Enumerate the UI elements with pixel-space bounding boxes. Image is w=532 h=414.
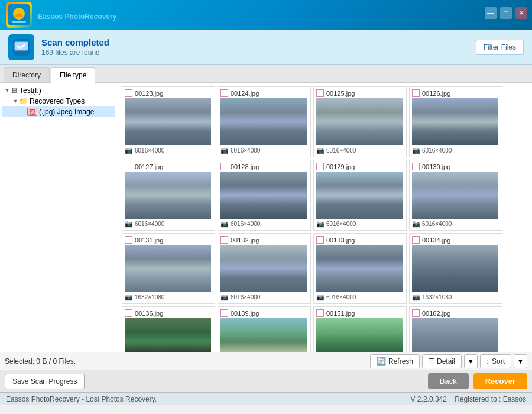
refresh-icon: 🔄 [377,357,386,366]
image-checkbox[interactable] [220,236,228,244]
image-card[interactable]: 00128.jpg 📷 6016×4000 [218,160,311,231]
svg-rect-7 [17,53,26,54]
image-card[interactable]: 00151.jpg 📷 1632×1080 [313,306,407,352]
image-checkbox[interactable] [412,89,420,97]
image-dimensions: 6016×4000 [422,147,452,154]
image-checkbox[interactable] [316,89,324,97]
image-type-icon: 📷 [316,147,325,154]
image-card[interactable]: 00133.jpg 📷 6016×4000 [313,233,407,304]
sort-button[interactable]: ↕ Sort [480,354,512,368]
tree-item-jpg[interactable]: 🖼 (.jpg) Jpeg Image [2,106,115,117]
image-card-header: 00123.jpg [125,89,212,97]
image-type-icon: 📷 [220,220,229,228]
image-card[interactable]: 00134.jpg 📷 1632×1080 [409,233,502,304]
image-thumbnail [412,245,498,292]
image-card-header: 00127.jpg [125,163,212,170]
save-scan-button[interactable]: Save Scan Progress [5,374,85,389]
image-dimensions: 1632×1080 [135,294,164,300]
image-filename: 00131.jpg [135,237,163,244]
image-card[interactable]: 00127.jpg 📷 6016×4000 [122,160,215,231]
image-filename: 00162.jpg [422,310,450,317]
image-checkbox[interactable] [220,309,228,317]
image-card-header: 00136.jpg [125,309,212,317]
image-card-header: 00132.jpg [220,236,308,244]
image-footer: 📷 6016×4000 [125,220,212,228]
image-thumbnail [316,318,403,352]
tree-label-jpg: (.jpg) Jpeg Image [39,108,94,116]
image-card-header: 00126.jpg [412,89,499,97]
image-dimensions: 6016×4000 [326,221,356,227]
image-type-icon: 📷 [220,147,229,154]
image-thumbnail [316,98,403,145]
image-card-header: 00139.jpg [220,309,308,317]
image-dimensions: 6016×4000 [135,221,164,227]
image-card[interactable]: 00123.jpg 📷 6016×4000 [122,86,215,157]
image-card[interactable]: 00162.jpg 📷 [409,306,502,352]
footer: Eassos PhotoRecovery - Lost Photos Recov… [0,392,532,405]
image-checkbox[interactable] [412,309,420,317]
expand-icon: ▼ [4,87,11,94]
image-type-icon: 📷 [412,220,420,228]
back-button[interactable]: Back [428,373,469,389]
image-type-icon: 📷 [316,293,325,301]
image-card-header: 00151.jpg [316,309,404,317]
image-card[interactable]: 00132.jpg 📷 6016×4000 [218,233,311,304]
image-checkbox[interactable] [412,163,420,170]
svg-rect-2 [12,21,26,23]
selected-info: Selected: 0 B / 0 Files. [5,357,76,366]
image-card[interactable]: 00136.jpg 📷 1632×1080 [122,306,215,352]
image-checkbox[interactable] [316,309,324,317]
image-type-icon: 📷 [412,147,420,154]
image-footer: 📷 6016×4000 [316,220,404,228]
main-area: ▼ 🖥 Test(I:) ▼ 📁 Recovered Types 🖼 (.jpg… [0,83,532,352]
sort-arrow-button[interactable]: ▼ [514,354,527,368]
app-logo [6,2,32,28]
image-filename: 00127.jpg [135,163,163,170]
tree-item-recovered[interactable]: ▼ 📁 Recovered Types [2,96,115,106]
image-dimensions: 6016×4000 [326,294,356,300]
tree-item-root[interactable]: ▼ 🖥 Test(I:) [2,85,115,96]
image-card[interactable]: 00125.jpg 📷 6016×4000 [313,86,407,157]
action-right: Back Recover [428,373,527,389]
image-checkbox[interactable] [220,163,228,170]
image-checkbox[interactable] [125,163,132,170]
image-card[interactable]: 00124.jpg 📷 6016×4000 [218,86,311,157]
tree-panel: ▼ 🖥 Test(I:) ▼ 📁 Recovered Types 🖼 (.jpg… [0,83,118,352]
image-card[interactable]: 00139.jpg 📷 1632×1080 [218,306,311,352]
image-card[interactable]: 00129.jpg 📷 6016×4000 [313,160,407,231]
image-checkbox[interactable] [125,89,132,97]
image-checkbox[interactable] [220,89,228,97]
detail-button[interactable]: ☰ Detail [422,354,462,368]
image-filename: 00126.jpg [422,90,450,97]
image-thumbnail [125,245,211,292]
footer-right: V 2.2.0.342 Registered to : Eassos [411,395,526,403]
tab-directory[interactable]: Directory [4,67,50,82]
image-checkbox[interactable] [125,309,132,317]
image-footer: 📷 6016×4000 [220,147,308,154]
image-checkbox[interactable] [412,236,420,244]
tab-file-type[interactable]: File type [51,67,95,83]
image-checkbox[interactable] [316,236,324,244]
status-main: Scan completed [41,37,109,47]
detail-arrow-button[interactable]: ▼ [464,354,478,368]
sort-icon: ↕ [486,358,490,365]
image-card[interactable]: 00131.jpg 📷 1632×1080 [122,233,215,304]
image-card[interactable]: 00126.jpg 📷 6016×4000 [409,86,502,157]
jpg-type-icon: 🖼 [27,108,37,116]
title-bar: Eassos PhotoRecovery — □ ✕ [0,0,532,30]
image-checkbox[interactable] [125,236,132,244]
minimize-button[interactable]: — [485,7,497,19]
image-thumbnail [220,98,307,145]
image-card-header: 00124.jpg [220,89,308,97]
recover-button[interactable]: Recover [473,373,527,389]
close-button[interactable]: ✕ [515,7,527,19]
image-dimensions: 6016×4000 [231,147,260,154]
image-checkbox[interactable] [316,163,324,170]
image-card[interactable]: 00130.jpg 📷 6016×4000 [409,160,502,231]
filter-files-button[interactable]: Filter Files [476,40,524,55]
image-type-icon: 📷 [316,220,325,228]
maximize-button[interactable]: □ [500,7,512,19]
image-footer: 📷 6016×4000 [316,293,404,301]
status-sub: 169 files are found [41,48,109,57]
refresh-button[interactable]: 🔄 Refresh [370,354,420,368]
